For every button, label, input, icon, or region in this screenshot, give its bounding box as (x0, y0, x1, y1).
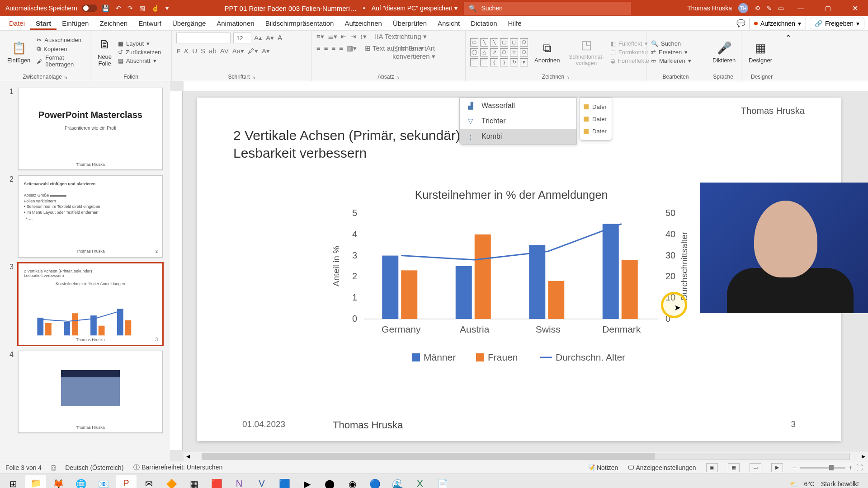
status-slide[interactable]: Folie 3 von 4 (5, 464, 42, 471)
record-button[interactable]: Aufzeichnen ▾ (749, 18, 806, 29)
case-icon[interactable]: Aa▾ (232, 47, 244, 55)
dictate-button[interactable]: 🎤Diktieren (710, 39, 738, 66)
section-button[interactable]: ▤ Abschnitt ▾ (118, 57, 161, 64)
launcher-icon[interactable]: ↘ (64, 75, 67, 80)
tb-chrome-icon[interactable]: 🌐 (71, 475, 91, 488)
status-language[interactable]: Deutsch (Österreich) (65, 464, 123, 471)
view-normal-icon[interactable]: ▣ (706, 463, 718, 472)
status-accessibility[interactable]: ⓘ Barrierefreiheit: Untersuchen (133, 464, 222, 472)
numbering-icon[interactable]: ≣▾ (328, 33, 337, 41)
user-avatar[interactable]: TH (738, 3, 748, 13)
smartart-button[interactable]: ⬚ In SmartArt konvertieren ▾ (392, 44, 461, 61)
menu-funnel[interactable]: ▽Trichter (460, 113, 576, 129)
tb-app7-icon[interactable]: 🔵 (364, 475, 385, 488)
present-icon[interactable]: ▧ (139, 5, 145, 12)
tab-dictation[interactable]: Dictation (465, 17, 502, 30)
save-icon[interactable]: 💾 (102, 5, 109, 12)
status-access-icon[interactable]: ⌼ (52, 464, 55, 471)
tb-onenote-icon[interactable]: N (229, 475, 250, 488)
strike-icon[interactable]: S (201, 47, 205, 55)
more-icon[interactable]: ▾ (165, 5, 169, 12)
align-left-icon[interactable]: ≡ (316, 44, 321, 52)
tab-slideshow[interactable]: Bildschirmpräsentation (260, 17, 340, 30)
font-size-input[interactable] (233, 33, 251, 43)
reset-button[interactable]: ↺ Zurücksetzen (118, 49, 161, 56)
align-center-icon[interactable]: ≡ (324, 44, 328, 52)
tab-review[interactable]: Überprüfen (387, 17, 432, 30)
font-family-input[interactable] (176, 33, 231, 43)
chart[interactable]: Kursteilnehmer in % der Anmeldungen01234… (324, 188, 699, 369)
tab-insert[interactable]: Einfügen (57, 17, 94, 30)
redo-icon[interactable]: ↷ (127, 5, 133, 12)
replace-button[interactable]: ⇄ Ersetzen ▾ (651, 49, 691, 56)
filename[interactable]: PPT 01 Roter Faden 003 Folien-Nummeri… (225, 5, 357, 12)
tab-draw[interactable]: Zeichnen (94, 17, 133, 30)
clear-format-icon[interactable]: A̶ (278, 34, 282, 42)
tb-app8-icon[interactable]: 📄 (432, 475, 453, 488)
view-reading-icon[interactable]: ▭ (750, 463, 761, 472)
format-painter-button[interactable]: 🖌 Format übertragen (37, 54, 85, 68)
thumb-slide-1[interactable]: PowerPoint Masterclass Präsentieren wie … (18, 88, 163, 170)
paste-button[interactable]: 📋Einfügen (5, 39, 33, 66)
decrease-font-icon[interactable]: A▾ (266, 34, 274, 42)
share-button[interactable]: 🔗 Freigeben ▾ (810, 18, 864, 29)
shapes-gallery[interactable]: ▭╲╲▢▢⬡ ◯△↗⬠☆⬡ ⌒⌒{}↻▾ (470, 38, 528, 66)
launcher-icon[interactable]: ↘ (252, 75, 255, 80)
tb-app3-icon[interactable]: 🟥 (206, 475, 227, 488)
view-sorter-icon[interactable]: ▦ (728, 463, 740, 472)
undo-icon[interactable]: ↶ (116, 5, 121, 12)
scrollbar-horizontal[interactable]: ◂▸ (184, 451, 868, 461)
tab-record[interactable]: Aufzeichnen (339, 17, 387, 30)
outdent-icon[interactable]: ⇤ (341, 33, 347, 41)
tb-outlook-icon[interactable]: 📧 (93, 475, 114, 488)
increase-font-icon[interactable]: A▴ (254, 34, 262, 42)
tab-help[interactable]: Hilfe (503, 17, 527, 30)
draw-icon[interactable]: ✎ (766, 5, 772, 12)
tab-animations[interactable]: Animationen (211, 17, 259, 30)
tb-app6-icon[interactable]: ◉ (342, 475, 363, 488)
launcher-icon[interactable]: ↘ (396, 75, 400, 80)
designer-button[interactable]: ▦Designer (746, 39, 775, 66)
collapse-ribbon-icon[interactable]: ⌃ (785, 33, 791, 42)
find-button[interactable]: 🔍 Suchen (651, 40, 691, 47)
autosave-toggle[interactable] (82, 5, 97, 12)
tb-app2-icon[interactable]: ▦ (184, 475, 204, 488)
bullets-icon[interactable]: ≡▾ (316, 33, 324, 41)
tab-view[interactable]: Ansicht (432, 17, 465, 30)
tb-excel-icon[interactable]: X (410, 475, 430, 488)
zoom-in-icon[interactable]: + (849, 464, 853, 471)
thumb-slide-4[interactable]: Thomas Hruska (18, 351, 163, 433)
tb-edge-icon[interactable]: 🌊 (387, 475, 408, 488)
comments-icon[interactable]: 💬 (736, 19, 745, 28)
underline-icon[interactable]: U (192, 47, 197, 55)
font-color-icon[interactable]: A▾ (262, 47, 270, 55)
weather-icon[interactable]: ⛅ (790, 480, 797, 488)
text-direction-button[interactable]: IIA Textrichtung ▾ (375, 33, 426, 41)
tb-powerpoint-icon[interactable]: P (116, 475, 137, 488)
tb-app4-icon[interactable]: 🟦 (274, 475, 295, 488)
justify-icon[interactable]: ≡ (339, 44, 343, 52)
launcher-icon[interactable]: ↘ (566, 75, 570, 80)
start-button[interactable]: ⊞ (3, 475, 24, 488)
notes-button[interactable]: 📝 Notizen (587, 464, 618, 471)
copy-button[interactable]: ⧉ Kopieren (37, 45, 85, 52)
fit-icon[interactable]: ⛶ (856, 464, 863, 471)
close-button[interactable]: ✕ (844, 0, 865, 16)
layout-button[interactable]: ▦ Layout ▾ (118, 40, 161, 47)
search-input[interactable]: 🔍 Suchen (464, 2, 631, 14)
maximize-button[interactable]: ▢ (817, 0, 838, 16)
linespacing-icon[interactable]: ↕▾ (360, 33, 367, 41)
tb-app1-icon[interactable]: ✉ (138, 475, 159, 488)
tb-obs-icon[interactable]: ⬤ (319, 475, 340, 488)
thumb-slide-2[interactable]: Seitenanzahl einfügen und platzieren Abs… (18, 175, 163, 258)
zoom-control[interactable]: − + ⛶ (793, 464, 863, 471)
bold-icon[interactable]: F (176, 47, 180, 55)
tb-visio-icon[interactable]: V (251, 475, 272, 488)
tab-home[interactable]: Start (30, 17, 57, 30)
arrange-button[interactable]: ⧉Anordnen (532, 39, 562, 66)
menu-waterfall[interactable]: ▟Wasserfall (460, 98, 576, 113)
sync-icon[interactable]: ⟲ (755, 5, 760, 12)
highlight-icon[interactable]: 🖍▾ (248, 47, 258, 55)
tab-design[interactable]: Entwurf (133, 17, 167, 30)
minimize-button[interactable]: — (790, 0, 811, 16)
